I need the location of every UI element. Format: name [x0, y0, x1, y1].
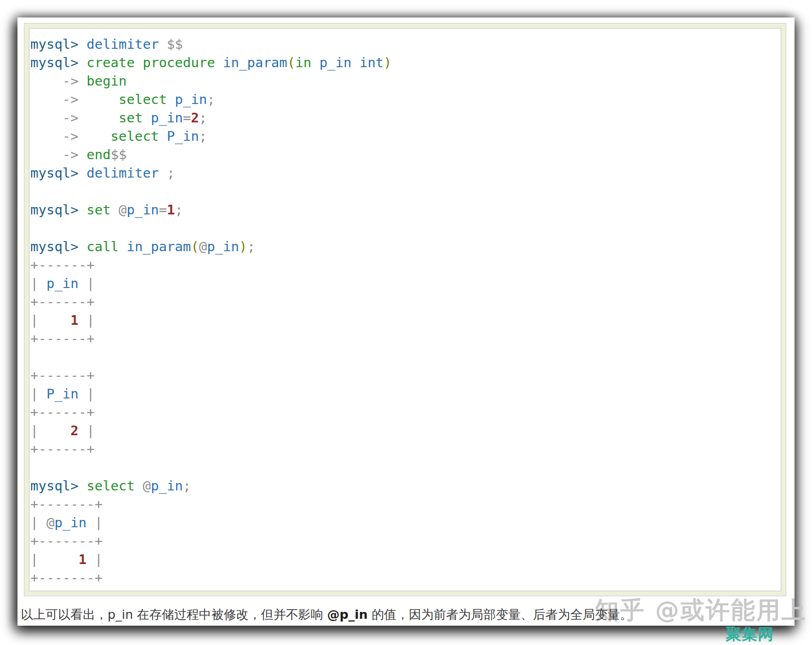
code-line: mysql> set @p_in=1; [30, 201, 781, 219]
code-line [30, 458, 781, 477]
code-line: -> begin [30, 72, 781, 90]
code-line: +------+ [30, 293, 781, 311]
article-page: mysql> delimiter $$mysql> create procedu… [17, 17, 795, 626]
code-line: +------+ [30, 440, 781, 458]
code-line: +------+ [30, 403, 781, 421]
code-line: +------+ [30, 329, 781, 348]
code-line: mysql> call in_param(@p_in); [30, 237, 781, 256]
note-segment: 在存储过程中被修改，但并不影响 [133, 607, 327, 622]
site-badge-juji: 聚集网 [726, 624, 774, 645]
code-line: -> set p_in=2; [30, 109, 781, 127]
code-block: mysql> delimiter $$mysql> create procedu… [29, 28, 781, 591]
code-line: +-------+ [30, 495, 781, 513]
code-line [30, 348, 781, 366]
note-segment: 的值，因为前者为局部变量、后者为全局变量。 [368, 607, 633, 622]
code-line: | P_in | [30, 385, 781, 403]
code-line: +------+ [30, 366, 781, 385]
code-line: | p_in | [30, 274, 781, 293]
code-line: -> select P_in; [30, 127, 781, 145]
code-line: | 1 | [30, 311, 781, 329]
code-line: mysql> delimiter $$ [30, 35, 781, 53]
code-line: +------+ [30, 256, 781, 274]
terminal-code: mysql> delimiter $$mysql> create procedu… [29, 29, 781, 587]
code-line: +-------+ [30, 532, 781, 550]
note-segment: p_in [108, 607, 133, 622]
code-line: | 2 | [30, 421, 781, 440]
code-line: | @p_in | [30, 513, 781, 532]
code-line: -> select p_in; [30, 90, 781, 109]
code-line: mysql> select @p_in; [30, 477, 781, 495]
code-line: mysql> create procedure in_param(in p_in… [30, 53, 781, 72]
code-line: +-------+ [30, 569, 781, 587]
note-segment: @p_in [327, 607, 367, 622]
note-segment: 以上可以看出， [21, 607, 108, 622]
code-line: | 1 | [30, 550, 781, 569]
code-line [30, 219, 781, 237]
code-block-frame: mysql> delimiter $$mysql> create procedu… [24, 23, 786, 596]
note-text: 以上可以看出，p_in 在存储过程中被修改，但并不影响 @p_in 的值，因为前… [21, 606, 632, 623]
code-line [30, 182, 781, 201]
code-line: -> end$$ [30, 145, 781, 164]
code-line: mysql> delimiter ; [30, 164, 781, 182]
